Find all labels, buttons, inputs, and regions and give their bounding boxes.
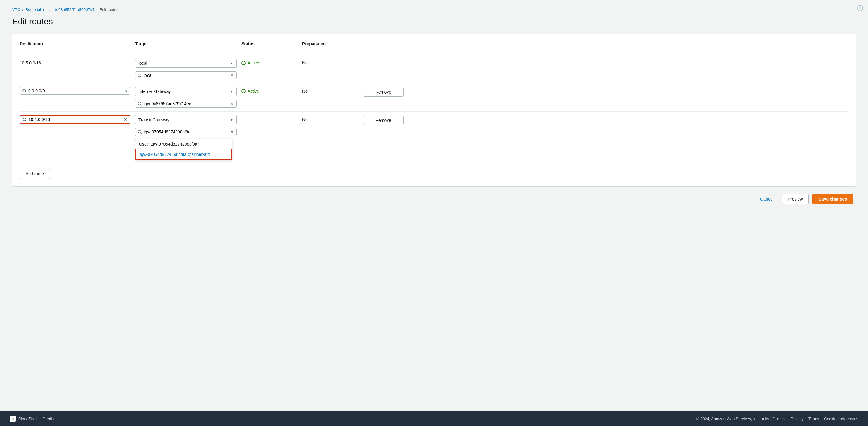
cancel-button[interactable]: Cancel: [755, 194, 778, 204]
table-row: ✕ Internet Gateway ▼ ✕: [20, 83, 848, 112]
header-status: Status: [242, 41, 302, 46]
action-cell-2: Remove: [363, 87, 408, 97]
feedback-link[interactable]: Feedback: [42, 417, 60, 421]
table-row: 10.5.0.0/16 local ▼ ✕ ✓: [20, 55, 848, 83]
target-select-2-label: Internet Gateway: [138, 89, 171, 94]
propagated-cell-1: No: [302, 59, 363, 65]
footer-cookie[interactable]: Cookie preferences: [824, 417, 858, 421]
target-select-2[interactable]: Internet Gateway ▼: [135, 87, 237, 96]
target-cell-2: Internet Gateway ▼ ✕: [135, 87, 242, 108]
header-target: Target: [135, 41, 242, 46]
footer-left: ⊞ CloudShell Feedback: [10, 416, 60, 422]
target-select-3[interactable]: Transit Gateway ▼: [135, 115, 237, 124]
search-icon-3: [138, 102, 142, 106]
search-icon-1: [138, 73, 142, 78]
cloudshell-button[interactable]: ⊞ CloudShell: [10, 416, 37, 422]
propagated-cell-2: No: [302, 87, 363, 94]
target-cell-1: local ▼ ✕: [135, 59, 242, 79]
save-changes-button[interactable]: Save changes: [812, 194, 854, 204]
breadcrumb: VPC › Route tables › rtb-03b856f71a569d7…: [12, 7, 856, 12]
clear-search-3[interactable]: ✕: [230, 129, 234, 134]
svg-point-8: [138, 130, 141, 133]
destination-input-2[interactable]: [28, 88, 122, 93]
target-search-1[interactable]: ✕: [135, 71, 237, 79]
svg-line-5: [141, 104, 142, 105]
search-icon-2: [23, 89, 26, 93]
remove-button-3[interactable]: Remove: [363, 116, 404, 125]
status-cell-1: ✓ Active: [242, 59, 302, 65]
destination-cell-3: ✕: [20, 115, 135, 124]
breadcrumb-rtb-id[interactable]: rtb-03b856f71a569d7d7: [52, 7, 94, 12]
status-dash-3: –: [242, 117, 297, 124]
target-search-input-2[interactable]: [144, 101, 228, 106]
footer-right: © 2024, Amazon Web Services, Inc. or its…: [696, 417, 858, 421]
add-route-button[interactable]: Add route: [20, 169, 50, 179]
footer-privacy[interactable]: Privacy: [790, 417, 804, 421]
header-destination: Destination: [20, 41, 135, 46]
target-cell-3: Transit Gateway ▼ ✕ Use: "tgw-07054d8274…: [135, 115, 242, 160]
destination-cell-1: 10.5.0.0/16: [20, 59, 135, 65]
clock-icon[interactable]: 🕐: [857, 5, 863, 11]
clear-destination-2[interactable]: ✕: [124, 88, 128, 93]
target-select-3-label: Transit Gateway: [138, 117, 169, 122]
routes-card: Destination Target Status Propagated 10.…: [12, 34, 856, 187]
header-actions: [363, 41, 408, 46]
target-search-2[interactable]: ✕: [135, 100, 237, 108]
page-title: Edit routes: [12, 17, 856, 26]
status-label-2: Active: [248, 89, 259, 94]
status-label-1: Active: [248, 60, 259, 65]
breadcrumb-sep-3: ›: [96, 7, 97, 12]
status-cell-3: –: [242, 115, 302, 124]
target-search-input-1[interactable]: [144, 73, 228, 78]
chevron-icon-1: ▼: [230, 62, 233, 65]
clear-search-2[interactable]: ✕: [230, 101, 234, 106]
table-header: Destination Target Status Propagated: [20, 41, 848, 50]
dropdown-tgw-suffix: (partner-att): [186, 152, 210, 157]
status-active-1: ✓ Active: [242, 60, 297, 65]
dropdown-tgw-item[interactable]: tgw-07054d8274298cf8a (partner-att): [135, 149, 232, 160]
status-active-2: ✓ Active: [242, 89, 297, 94]
svg-line-3: [25, 91, 26, 92]
svg-point-6: [23, 118, 26, 121]
svg-point-0: [138, 74, 141, 77]
svg-line-1: [141, 76, 142, 77]
target-select-1-label: local: [138, 61, 147, 66]
breadcrumb-route-tables[interactable]: Route tables: [25, 7, 48, 12]
breadcrumb-sep-2: ›: [49, 7, 51, 12]
search-icon-5: [138, 130, 142, 134]
clear-destination-3[interactable]: ✕: [124, 117, 127, 122]
breadcrumb-current: Edit routes: [100, 7, 119, 12]
breadcrumb-vpc[interactable]: VPC: [12, 7, 20, 12]
svg-point-2: [23, 89, 26, 92]
table-row: ✕ Transit Gateway ▼ ✕ Us: [20, 112, 848, 164]
search-icon-4: [23, 118, 27, 122]
cloudshell-label: CloudShell: [18, 417, 37, 421]
destination-cell-2: ✕: [20, 87, 135, 95]
remove-button-2[interactable]: Remove: [363, 88, 404, 97]
footer-terms[interactable]: Terms: [808, 417, 819, 421]
status-cell-2: ✓ Active: [242, 87, 302, 94]
dropdown-tgw-id: tgw-07054d8274298cf8a: [140, 152, 186, 157]
footer: ⊞ CloudShell Feedback © 2024, Amazon Web…: [0, 412, 868, 426]
svg-line-7: [26, 120, 26, 121]
chevron-icon-3: ▼: [230, 118, 233, 122]
destination-text-1: 10.5.0.0/16: [20, 59, 130, 65]
target-dropdown-3: Use: "tgw-07054d8274298cf8a" tgw-07054d8…: [135, 139, 232, 160]
chevron-icon-2: ▼: [230, 90, 233, 93]
target-select-1[interactable]: local ▼: [135, 59, 237, 68]
target-search-3[interactable]: ✕: [135, 128, 237, 136]
destination-input-3[interactable]: [29, 117, 122, 122]
preview-button[interactable]: Preview: [782, 194, 809, 204]
footer-copyright: © 2024, Amazon Web Services, Inc. or its…: [696, 417, 786, 421]
breadcrumb-sep-1: ›: [22, 7, 23, 12]
propagated-cell-3: No: [302, 115, 363, 122]
destination-input-wrapper-3[interactable]: ✕: [20, 115, 130, 124]
destination-input-wrapper-2[interactable]: ✕: [20, 87, 130, 95]
action-bar: Cancel Preview Save changes: [12, 194, 856, 204]
dropdown-use-item[interactable]: Use: "tgw-07054d8274298cf8a": [135, 139, 232, 149]
target-search-input-3[interactable]: [144, 129, 228, 134]
status-circle-1: ✓: [242, 61, 246, 65]
clear-search-1[interactable]: ✕: [230, 73, 234, 78]
action-cell-3: Remove: [363, 115, 408, 125]
cloudshell-icon: ⊞: [10, 416, 16, 422]
